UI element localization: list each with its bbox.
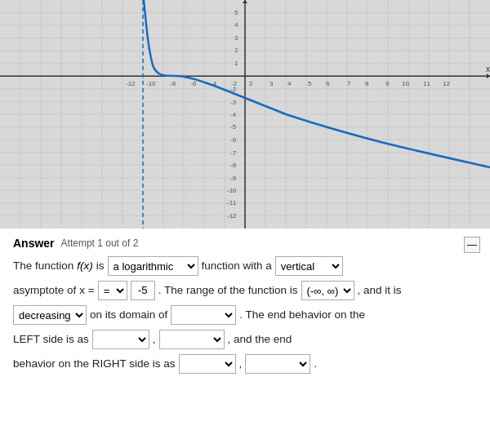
domain-select[interactable]: (-5, ∞) (-∞, ∞) [171,305,236,325]
answer-section: Answer Attempt 1 out of 2 — The function… [0,228,490,448]
line-2: asymptote of x = ≤ = ≥ -5 . The range of… [13,281,477,300]
text-and-end: , and the end [228,330,292,348]
svg-text:-8: -8 [170,80,176,87]
svg-text:-7: -7 [230,149,237,157]
attempt-label: Attempt 1 out of 2 [61,237,139,249]
svg-text:9: 9 [385,80,390,87]
answer-label: Answer [13,237,55,250]
svg-text:-3: -3 [230,99,237,106]
svg-text:-12: -12 [126,80,136,87]
svg-text:3: 3 [234,34,238,42]
svg-text:10: 10 [402,80,409,87]
svg-text:1: 1 [234,60,238,67]
svg-text:-5: -5 [230,123,237,131]
graph-svg: x -2 -4 -6 -8 -10 -12 2 3 4 5 6 7 8 9 10… [0,0,490,228]
text-range-intro: . The range of the function is [158,282,298,299]
line-1: The function f(x) is a logarithmic a lin… [13,256,477,276]
svg-text:-10: -10 [227,187,237,194]
right-value-select[interactable]: f(x)→-∞ f(x)→+∞ f(x)→0 [245,354,310,374]
svg-text:-6: -6 [190,80,197,87]
line-3: decreasing increasing on its domain of (… [13,305,477,325]
svg-text:5: 5 [234,9,238,16]
text-right-behavior: behavior on the RIGHT side is as [13,355,176,373]
svg-text:3: 3 [270,80,274,87]
right-direction-select[interactable]: x→-∞ x→+∞ x→-5⁺ [179,354,236,374]
svg-text:6: 6 [326,80,330,87]
text-right-comma: , [239,355,243,373]
x-value-box: -5 [131,281,155,300]
text-function-with-a: function with a [202,257,272,275]
text-the-function: The function [13,257,74,275]
text-on-domain: on its domain of [90,306,167,324]
text-period: . [314,355,317,373]
monotone-select[interactable]: decreasing increasing [13,305,87,325]
left-direction-select[interactable]: x→-∞ x→+∞ x→-5⁺ [92,330,149,349]
text-left-side: LEFT side is as [13,330,89,348]
svg-text:x: x [486,64,490,73]
text-end-behavior: . The end behavior on the [239,306,365,324]
asymptote-type-select[interactable]: vertical horizontal [275,256,343,276]
graph-container: x -2 -4 -6 -8 -10 -12 2 3 4 5 6 7 8 9 10… [0,0,490,228]
svg-text:11: 11 [423,80,430,87]
svg-text:8: 8 [365,80,369,87]
svg-text:-4: -4 [230,111,237,118]
left-value-select[interactable]: f(x)→-∞ f(x)→+∞ f(x)→0 [159,330,225,349]
text-and-it-is: , and it is [358,282,402,299]
svg-text:2: 2 [249,80,253,87]
text-left-comma: , [153,330,156,348]
svg-text:-10: -10 [146,80,156,87]
svg-text:12: 12 [443,80,450,87]
svg-text:4: 4 [234,21,238,29]
svg-text:7: 7 [347,80,351,87]
svg-text:4: 4 [287,80,292,87]
text-asymptote-of: asymptote of [13,282,76,299]
svg-text:-9: -9 [230,175,237,182]
line-4: LEFT side is as x→-∞ x→+∞ x→-5⁺ , f(x)→-… [13,330,477,349]
line-5: behavior on the RIGHT side is as x→-∞ x→… [13,354,477,374]
svg-text:2: 2 [234,47,238,54]
text-x-eq: x = [79,282,94,299]
svg-text:-11: -11 [227,199,237,206]
svg-text:-6: -6 [230,136,237,144]
collapse-button[interactable]: — [464,237,480,253]
x-inequality-select[interactable]: ≤ = ≥ [98,281,127,300]
fx-notation: f(x) [77,257,93,275]
answer-header: Answer Attempt 1 out of 2 [13,237,477,250]
svg-text:-12: -12 [227,212,237,220]
svg-text:5: 5 [308,80,312,87]
text-is: is [96,257,105,275]
svg-text:-8: -8 [230,162,237,169]
range-select[interactable]: (-∞, ∞) (-∞, 0) (0, ∞) [301,281,354,300]
function-type-select[interactable]: a logarithmic a linear an exponential a … [108,256,198,276]
